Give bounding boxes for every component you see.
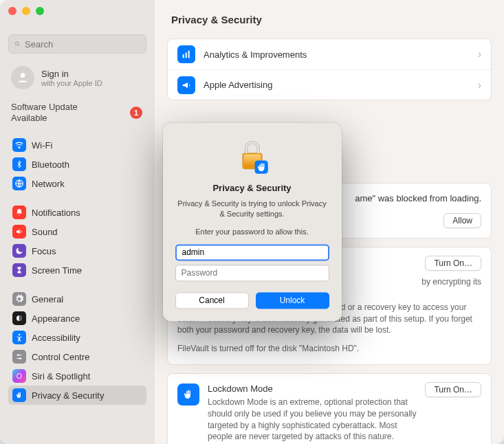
unlock-button[interactable]: Unlock [256, 293, 329, 309]
dialog-title: Privacy & Security [175, 183, 329, 193]
cancel-button[interactable]: Cancel [175, 293, 249, 309]
username-field[interactable] [175, 245, 329, 261]
password-field[interactable] [175, 265, 329, 282]
unlock-dialog: Privacy & Security Privacy & Security is… [163, 122, 342, 321]
dialog-message-2: Enter your password to allow this. [175, 227, 329, 237]
lock-icon [175, 136, 329, 175]
dialog-message-1: Privacy & Security is trying to unlock P… [175, 199, 329, 220]
